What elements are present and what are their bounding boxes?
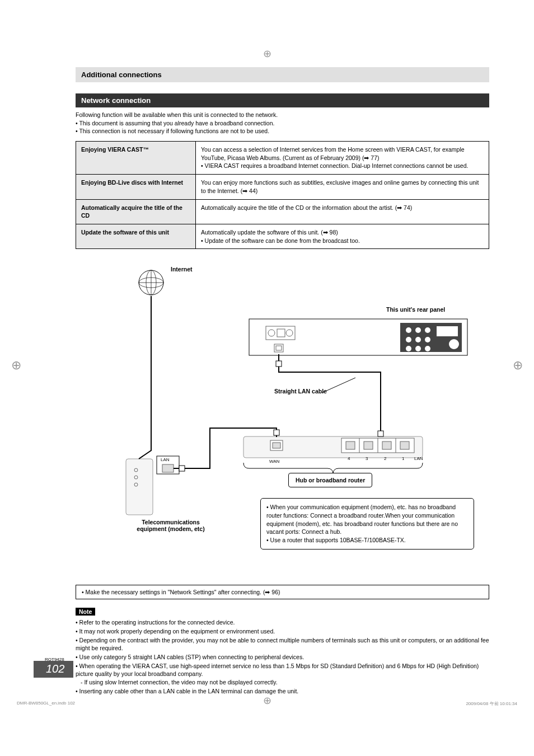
port-3-label: 3 <box>366 456 368 461</box>
hub-router-label: Hub or broadband router <box>288 473 372 487</box>
subsection-title: Network connection <box>76 93 489 107</box>
svg-rect-10 <box>274 344 283 352</box>
row-label: Enjoying BD-Live discs with Internet <box>76 175 196 199</box>
svg-rect-11 <box>276 346 282 350</box>
svg-rect-33 <box>346 442 355 449</box>
row-desc: Automatically acquire the title of the C… <box>196 199 489 224</box>
svg-rect-45 <box>274 430 279 435</box>
note-item: Depending on the contract with the provi… <box>76 636 489 652</box>
row-label: Update the software of this unit <box>76 224 196 248</box>
note-item: Refer to the operating instructions for … <box>76 618 489 627</box>
svg-point-17 <box>415 337 421 342</box>
print-footer-right: 2009/04/08 午前 10:01:34 <box>466 701 517 707</box>
callout-text: When your communication equipment (modem… <box>266 504 458 535</box>
registration-mark-left: ⊕ <box>11 358 21 373</box>
table-row: Update the software of this unit Automat… <box>76 224 489 248</box>
wan-port-label: WAN <box>269 459 279 464</box>
internet-label: Internet <box>171 266 193 273</box>
svg-point-19 <box>406 346 411 351</box>
table-row: Enjoying BD-Live discs with Internet You… <box>76 175 489 199</box>
callout-bullet: • Use a router that supports 10BASE-T/10… <box>266 536 468 544</box>
port-1-label: 1 <box>402 456 404 461</box>
modem-label: Telecommunications equipment (modem, etc… <box>129 519 213 532</box>
registration-mark-top: ⊕ <box>263 48 271 60</box>
notes-section: Note Refer to the operating instructions… <box>76 608 489 695</box>
rear-panel-label: This unit's rear panel <box>386 306 445 313</box>
svg-rect-44 <box>179 466 185 471</box>
settings-note-box: • Make the necessary settings in "Networ… <box>76 585 489 599</box>
print-footer-left: DMR-BW850GL_en.indb 102 <box>17 701 75 707</box>
svg-line-28 <box>322 378 355 393</box>
connection-diagram: Internet This unit's rear panel Straight… <box>76 260 489 574</box>
table-row: Enjoying VIERA CAST™ You can access a se… <box>76 142 489 175</box>
registration-mark-right: ⊕ <box>513 358 523 373</box>
svg-rect-35 <box>382 442 391 449</box>
port-4-label: 4 <box>348 456 350 461</box>
router-callout: • When your communication equipment (mod… <box>260 498 474 549</box>
row-desc: You can access a selection of Internet s… <box>196 142 489 175</box>
svg-point-18 <box>425 337 430 342</box>
note-item: Inserting any cable other than a LAN cab… <box>76 687 489 696</box>
row-label: Automatically acquire the title of the C… <box>76 199 196 224</box>
intro-bullet-text: This connection is not necessary if foll… <box>79 128 269 134</box>
svg-point-13 <box>406 327 411 333</box>
svg-point-7 <box>268 330 275 336</box>
modem-lan-label: LAN <box>161 457 170 462</box>
svg-point-15 <box>425 327 430 333</box>
svg-rect-24 <box>276 361 282 367</box>
intro-block: Following function will be available whe… <box>76 111 489 135</box>
section-title: Additional connections <box>76 67 489 82</box>
svg-rect-27 <box>273 443 280 448</box>
lan-cable-label: Straight LAN cable <box>274 388 327 395</box>
svg-rect-22 <box>437 326 458 336</box>
print-footer: DMR-BW850GL_en.indb 102 2009/04/08 午前 10… <box>17 701 517 707</box>
note-list: Refer to the operating instructions for … <box>76 618 489 695</box>
svg-rect-43 <box>162 464 174 472</box>
table-row: Automatically acquire the title of the C… <box>76 199 489 224</box>
port-2-label: 2 <box>384 456 386 461</box>
intro-bullet: • This connection is not necessary if fo… <box>76 127 489 135</box>
svg-point-14 <box>415 327 421 333</box>
note-sub-item: - If using slow Internet connection, the… <box>76 678 489 687</box>
svg-point-20 <box>415 346 421 351</box>
svg-rect-36 <box>400 442 409 449</box>
svg-rect-38 <box>126 459 153 515</box>
svg-rect-37 <box>378 431 383 436</box>
page-content: Additional connections Network connectio… <box>0 0 534 724</box>
hub-router-text: Hub or broadband router <box>288 473 372 487</box>
svg-point-9 <box>286 330 293 336</box>
row-desc: Automatically update the software of thi… <box>196 224 489 248</box>
note-item: When operating the VIERA CAST, use high-… <box>76 662 489 687</box>
row-label: Enjoying VIERA CAST™ <box>76 142 196 175</box>
intro-bullet: • This document is assuming that you alr… <box>76 119 489 128</box>
note-item: Use only category 5 straight LAN cables … <box>76 653 489 661</box>
page-number: 102 <box>34 661 73 678</box>
svg-rect-34 <box>364 442 373 449</box>
note-heading: Note <box>76 608 95 616</box>
svg-point-23 <box>449 339 459 349</box>
intro-line: Following function will be available whe… <box>76 111 489 119</box>
row-desc: You can enjoy more functions such as sub… <box>196 175 489 199</box>
svg-point-16 <box>406 337 411 342</box>
note-item-text: When operating the VIERA CAST, use high-… <box>76 663 479 678</box>
intro-bullet-text: This document is assuming that you alrea… <box>79 120 274 126</box>
feature-table: Enjoying VIERA CAST™ You can access a se… <box>76 141 489 249</box>
callout-bullet: • When your communication equipment (mod… <box>266 503 468 536</box>
callout-text: Use a router that supports 10BASE-T/100B… <box>270 537 406 543</box>
svg-point-21 <box>425 346 430 351</box>
svg-rect-6 <box>266 326 295 340</box>
note-item: It may not work properly depending on th… <box>76 627 489 636</box>
svg-rect-8 <box>277 329 285 337</box>
lan-ports-label: LAN <box>414 456 423 461</box>
